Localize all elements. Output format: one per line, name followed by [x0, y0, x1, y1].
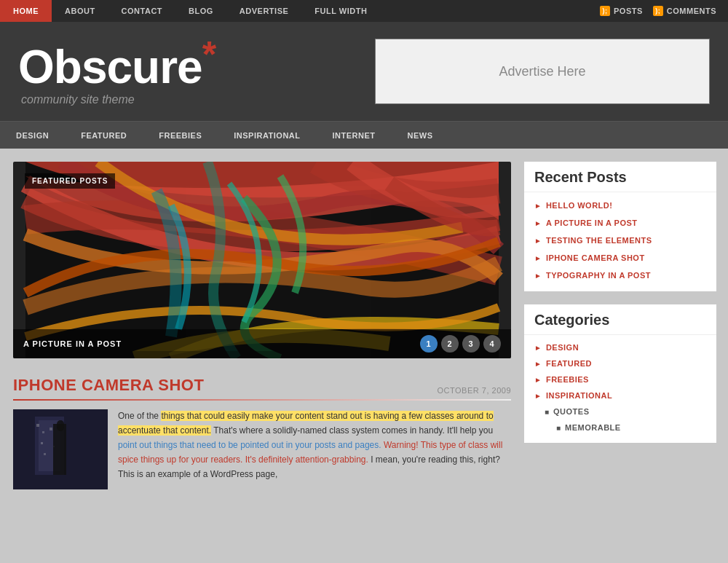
cat-bullet-4: ► [534, 392, 542, 400]
arrow-icon-3: ► [534, 237, 542, 245]
cat-quotes: ■ QUOTES [524, 403, 716, 420]
cat-bullet-1: ► [534, 344, 542, 352]
top-nav-left: HOME ABOUT CONTACT BLOG ADVERTISE FULL W… [0, 0, 380, 22]
arrow-icon-2: ► [534, 219, 542, 227]
highlight-1: things that could easily make your conte… [118, 411, 494, 436]
secondary-nav: DESIGN FEATURED FREEBIES INSPIRATIONAL I… [0, 121, 728, 149]
recent-post-2: ► A PICTURE IN A POST [524, 214, 716, 232]
article-title[interactable]: IPHONE CAMERA SHOT [13, 376, 204, 395]
top-nav-right: ); POSTS ); COMMENTS [600, 6, 728, 16]
article-date: OCTOBER 7, 2009 [438, 386, 511, 395]
advertise-text: Advertise Here [499, 64, 585, 79]
svg-rect-4 [36, 424, 39, 427]
recent-post-3: ► TESTING THE ELEMENTS [524, 232, 716, 249]
categories-section: Categories ► DESIGN ► FEATURED ► FREEBIE… [524, 304, 716, 443]
site-title: Obscure* [18, 36, 215, 90]
svg-rect-5 [42, 431, 44, 433]
arrow-icon-1: ► [534, 202, 542, 210]
cat-link-freebies[interactable]: FREEBIES [546, 375, 589, 384]
recent-post-5: ► TYPOGRAPHY IN A POST [524, 267, 716, 284]
rss-comments-link[interactable]: ); COMMENTS [653, 6, 716, 16]
cat-memorable: ■ MEMORABLE [524, 420, 716, 436]
rss-comments-label: COMMENTS [667, 7, 716, 15]
svg-rect-7 [41, 442, 43, 444]
rss-icon: ); [600, 6, 610, 16]
cat-link-inspirational[interactable]: INSPIRATIONAL [546, 391, 612, 400]
thumbnail-image [13, 409, 108, 489]
cat-freebies: ► FREEBIES [524, 371, 716, 387]
content-wrapper: FEATURED POSTS A PICTURE IN A POST 1 2 3… [0, 149, 728, 503]
cat-link-featured[interactable]: FEATURED [546, 359, 592, 368]
top-nav: HOME ABOUT CONTACT BLOG ADVERTISE FULL W… [0, 0, 728, 22]
featured-label: FEATURED POSTS [25, 173, 115, 189]
cat-bullet-2: ► [534, 360, 542, 368]
sidebar: Recent Posts ► HELLO WORLD! ► A PICTURE … [524, 162, 728, 489]
article-header: IPHONE CAMERA SHOT OCTOBER 7, 2009 [13, 376, 511, 395]
cat-bullet-3: ► [534, 376, 542, 384]
rss-posts-label: POSTS [614, 7, 643, 15]
recent-post-4: ► IPHONE CAMERA SHOT [524, 249, 716, 267]
arrow-icon-4: ► [534, 254, 542, 262]
recent-posts-title: Recent Posts [524, 162, 716, 192]
advertise-banner[interactable]: Advertise Here [375, 39, 710, 104]
main-content: FEATURED POSTS A PICTURE IN A POST 1 2 3… [0, 162, 524, 489]
svg-rect-6 [50, 428, 52, 430]
cat-featured: ► FEATURED [524, 355, 716, 371]
rss-comments-icon: ); [653, 6, 663, 16]
slider-dot-4[interactable]: 4 [483, 335, 501, 353]
recent-post-link-3[interactable]: TESTING THE ELEMENTS [546, 236, 652, 245]
sec-nav-inspirational[interactable]: INSPIRATIONAL [218, 122, 316, 149]
slider-caption: A PICTURE IN A POST 1 2 3 4 [13, 329, 511, 358]
sec-nav-news[interactable]: NEWS [392, 122, 449, 149]
cat-inspirational: ► INSPIRATIONAL [524, 387, 716, 403]
slider-dot-1[interactable]: 1 [420, 335, 438, 353]
cat-bullet-sq-1: ■ [545, 408, 549, 416]
site-title-text: Obscure [18, 41, 202, 93]
sec-nav-design[interactable]: DESIGN [0, 122, 65, 149]
recent-post-1: ► HELLO WORLD! [524, 197, 716, 214]
featured-slider: FEATURED POSTS A PICTURE IN A POST 1 2 3… [13, 162, 511, 358]
article: IPHONE CAMERA SHOT OCTOBER 7, 2009 [13, 376, 511, 489]
slider-caption-text: A PICTURE IN A POST [23, 339, 122, 348]
nav-home[interactable]: HOME [0, 0, 52, 22]
article-divider [13, 399, 511, 401]
article-thumbnail [13, 409, 108, 489]
logo-area: Obscure* community site theme [18, 36, 215, 106]
site-subtitle: community site theme [21, 93, 215, 106]
article-text: One of the things that could easily make… [118, 409, 511, 489]
site-header: Obscure* community site theme Advertise … [0, 22, 728, 121]
slider-dot-2[interactable]: 2 [441, 335, 459, 353]
cat-link-quotes[interactable]: QUOTES [553, 407, 589, 416]
slider-dots: 1 2 3 4 [420, 335, 501, 353]
recent-post-link-1[interactable]: HELLO WORLD! [546, 201, 613, 210]
article-body: One of the things that could easily make… [13, 409, 511, 489]
arrow-icon-5: ► [534, 272, 542, 280]
recent-post-link-4[interactable]: IPHONE CAMERA SHOT [546, 253, 645, 262]
asterisk-icon: * [202, 34, 215, 75]
recent-post-link-2[interactable]: A PICTURE IN A POST [546, 218, 638, 227]
sec-nav-featured[interactable]: FEATURED [65, 122, 143, 149]
recent-post-link-5[interactable]: TYPOGRAPHY IN A POST [546, 271, 651, 280]
sec-nav-internet[interactable]: INTERNET [317, 122, 392, 149]
nav-contact[interactable]: CONTACT [108, 0, 175, 22]
rss-posts-link[interactable]: ); POSTS [600, 6, 643, 16]
sec-nav-freebies[interactable]: FREEBIES [143, 122, 218, 149]
nav-fullwidth[interactable]: FULL WIDTH [301, 0, 380, 22]
svg-rect-9 [44, 453, 46, 455]
cat-bullet-sq-2: ■ [556, 424, 561, 432]
nav-about[interactable]: ABOUT [52, 0, 108, 22]
svg-rect-11 [57, 420, 64, 431]
cat-link-memorable[interactable]: MEMORABLE [565, 423, 621, 432]
svg-rect-10 [53, 424, 66, 475]
categories-title: Categories [524, 304, 716, 335]
highlight-2: point out things that need to be pointed… [118, 440, 381, 450]
slider-dot-3[interactable]: 3 [462, 335, 480, 353]
nav-advertise[interactable]: ADVERTISE [226, 0, 301, 22]
cat-link-design[interactable]: DESIGN [546, 343, 579, 352]
recent-posts-section: Recent Posts ► HELLO WORLD! ► A PICTURE … [524, 162, 716, 291]
cat-design: ► DESIGN [524, 339, 716, 355]
nav-blog[interactable]: BLOG [175, 0, 226, 22]
